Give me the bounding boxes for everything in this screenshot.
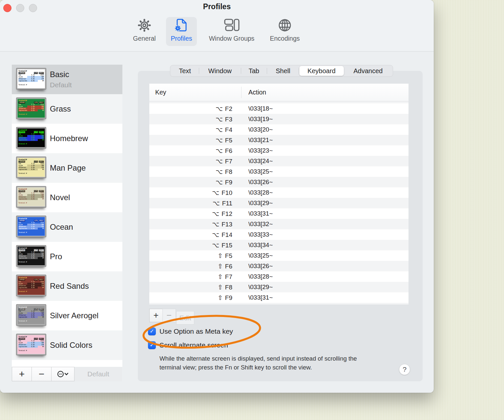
profile-thumbnail: Terminal1#COMMAND%CPURPRVTtop4.1%231KXco… bbox=[16, 216, 46, 237]
profile-name: Pro bbox=[50, 252, 62, 261]
remove-key-binding-button[interactable]: − bbox=[162, 309, 176, 322]
key-binding-row[interactable]: ⌥F8\033[25~ bbox=[149, 166, 409, 177]
action-cell: \033[28~ bbox=[241, 273, 409, 280]
key-binding-row[interactable]: ⌥F5\033[21~ bbox=[149, 135, 409, 145]
scroll-alternate-screen-checkbox[interactable]: ✓ bbox=[148, 341, 156, 349]
action-cell: \033[29~ bbox=[241, 200, 409, 207]
key-binding-row[interactable]: ⌥F13\033[32~ bbox=[149, 219, 409, 229]
key-binding-row[interactable]: ⌥F2\033[18~ bbox=[149, 103, 409, 114]
mini-terminal-title: Terminal1# bbox=[19, 188, 44, 190]
profile-row-solid-colors[interactable]: Terminal1#COMMAND%CPURPRVTtop4.1%231KXco… bbox=[12, 330, 122, 360]
key-binding-row[interactable]: ⌥F12\033[31~ bbox=[149, 208, 409, 219]
mini-terminal: Terminal1#COMMAND%CPURPRVTtop4.1%231KXco… bbox=[17, 128, 45, 147]
profile-row-silver-aerogel[interactable]: Terminal1#COMMAND%CPURPRVTtop4.1%231KXco… bbox=[12, 301, 122, 330]
key-cell: ⌥F9 bbox=[149, 178, 241, 186]
mini-terminal-proc-row: loginwindow0.0%4M bbox=[19, 169, 44, 171]
tab-tab[interactable]: Tab bbox=[241, 66, 267, 76]
action-cell: \033[31~ bbox=[241, 294, 409, 301]
column-header-key[interactable]: Key bbox=[155, 84, 166, 101]
key-binding-row[interactable]: ⌥F6\033[23~ bbox=[149, 145, 409, 156]
action-cell: \033[20~ bbox=[241, 126, 409, 133]
profile-row-novel[interactable]: Terminal1#COMMAND%CPURPRVTtop4.1%231KXco… bbox=[12, 183, 122, 212]
key-cell: ⌥F6 bbox=[149, 147, 241, 155]
option-key-icon: ⌥ bbox=[212, 189, 219, 196]
key-binding-row[interactable]: ⇧F6\033[26~ bbox=[149, 261, 409, 271]
key-binding-row[interactable]: ⌥F3\033[19~ bbox=[149, 114, 409, 124]
tab-text[interactable]: Text bbox=[171, 66, 199, 76]
tab-shell[interactable]: Shell bbox=[267, 66, 299, 76]
help-button[interactable]: ? bbox=[399, 364, 410, 375]
key-binding-row[interactable]: ⇧F8\033[29~ bbox=[149, 282, 409, 292]
toolbar-item-encodings[interactable]: Encodings bbox=[260, 17, 309, 42]
profile-row-grass[interactable]: Terminal1#COMMAND%CPURPRVTtop4.1%231KXco… bbox=[12, 94, 122, 124]
profile-thumbnail: Terminal1#COMMAND%CPURPRVTtop4.1%231KXco… bbox=[16, 127, 46, 148]
key-label: F10 bbox=[221, 189, 232, 196]
option-key-icon: ⌥ bbox=[212, 242, 219, 249]
profile-actions-menu-button[interactable] bbox=[51, 367, 74, 381]
mini-terminal-prompt: Terminal # bbox=[19, 84, 44, 86]
key-label: F15 bbox=[221, 242, 232, 249]
option-key-icon: ⌥ bbox=[212, 231, 219, 238]
key-label: F12 bbox=[221, 210, 232, 217]
key-binding-row[interactable]: ⇧F7\033[28~ bbox=[149, 271, 409, 282]
key-label: F9 bbox=[225, 294, 232, 301]
add-key-binding-button[interactable]: + bbox=[149, 309, 163, 322]
key-cell: ⇧F9 bbox=[149, 294, 241, 302]
set-default-button[interactable]: Default bbox=[74, 367, 122, 381]
profile-row-red-sands[interactable]: Terminal1#COMMAND%CPURPRVTtop4.1%231KXco… bbox=[12, 271, 122, 301]
toolbar-item-profiles[interactable]: Profiles bbox=[157, 17, 206, 42]
key-binding-row[interactable]: ⇧F9\033[31~ bbox=[149, 292, 409, 303]
profile-thumbnail: Terminal1#COMMAND%CPURPRVTtop4.1%231KXco… bbox=[16, 68, 46, 89]
key-label: F13 bbox=[221, 221, 232, 228]
mini-terminal-title: Terminal1# bbox=[19, 99, 44, 101]
tab-advanced[interactable]: Advanced bbox=[344, 66, 392, 76]
action-cell: \033[25~ bbox=[241, 168, 409, 175]
mini-terminal-prompt: Terminal # bbox=[19, 261, 44, 263]
profile-row-pro[interactable]: Terminal1#COMMAND%CPURPRVTtop4.1%231KXco… bbox=[12, 242, 122, 271]
profile-row-man-page[interactable]: Terminal1#COMMAND%CPURPRVTtop4.1%231KXco… bbox=[12, 153, 122, 183]
key-label: F8 bbox=[225, 284, 232, 291]
tab-window[interactable]: Window bbox=[199, 66, 241, 76]
profile-tab-bar: TextWindowTabShellKeyboardAdvanced bbox=[170, 65, 393, 77]
action-cell: \033[26~ bbox=[241, 178, 409, 186]
profile-row-basic[interactable]: Terminal1#COMMAND%CPURPRVTtop4.1%231KXco… bbox=[12, 65, 122, 94]
mini-terminal: Terminal1#COMMAND%CPURPRVTtop4.1%231KXco… bbox=[17, 246, 45, 265]
remove-profile-button[interactable]: − bbox=[32, 367, 52, 381]
key-binding-row[interactable]: ⌥F15\033[34~ bbox=[149, 240, 409, 250]
tab-keyboard[interactable]: Keyboard bbox=[299, 66, 344, 76]
key-binding-row[interactable]: ⌥F14\033[33~ bbox=[149, 229, 409, 240]
key-cell: ⌥F13 bbox=[149, 220, 241, 228]
profile-row-homebrew[interactable]: Terminal1#COMMAND%CPURPRVTtop4.1%231KXco… bbox=[12, 124, 122, 153]
mini-terminal-proc-row: loginwindow0.0%4M bbox=[19, 198, 44, 200]
key-bindings-table: Key Action ⌥F2\033[18~⌥F3\033[19~⌥F4\033… bbox=[149, 84, 409, 304]
mini-terminal-title: Terminal1# bbox=[19, 70, 44, 72]
key-cell: ⌥F2 bbox=[149, 105, 241, 113]
key-label: F14 bbox=[221, 231, 232, 238]
add-profile-button[interactable]: + bbox=[12, 367, 32, 381]
use-option-as-meta-key-checkbox[interactable]: ✓ bbox=[148, 327, 156, 335]
partial-row bbox=[149, 303, 409, 304]
profile-name: Solid Colors bbox=[50, 341, 92, 350]
mini-terminal-title: Terminal1# bbox=[19, 247, 44, 249]
mini-terminal-title: Terminal1# bbox=[19, 277, 44, 279]
key-cell: ⇧F5 bbox=[149, 252, 241, 260]
option-key-icon: ⌥ bbox=[213, 200, 220, 207]
key-binding-row[interactable]: ⇧F5\033[25~ bbox=[149, 250, 409, 261]
key-cell: ⇧F6 bbox=[149, 262, 241, 270]
key-binding-row[interactable]: ⌥F11\033[29~ bbox=[149, 198, 409, 208]
toolbar-item-window-groups[interactable]: Window Groups bbox=[207, 17, 256, 42]
profile-row-ocean[interactable]: Terminal1#COMMAND%CPURPRVTtop4.1%231KXco… bbox=[12, 212, 122, 242]
column-header-action[interactable]: Action bbox=[248, 84, 266, 101]
profile-list-footer: + − Default bbox=[12, 367, 122, 381]
key-binding-row[interactable]: ⌥F4\033[20~ bbox=[149, 124, 409, 135]
key-binding-row[interactable]: ⌥F10\033[28~ bbox=[149, 187, 409, 198]
option-row-use-option-as-meta-key: ✓ Use Option as Meta key bbox=[148, 327, 233, 336]
toolbar-label: Encodings bbox=[260, 35, 309, 42]
key-label: F5 bbox=[225, 252, 232, 259]
mini-terminal-prompt: Terminal # bbox=[19, 143, 44, 145]
key-binding-row[interactable]: ⌥F7\033[24~ bbox=[149, 156, 409, 166]
mini-terminal-prompt: Terminal # bbox=[19, 350, 44, 352]
key-binding-row[interactable]: ⌥F9\033[26~ bbox=[149, 177, 409, 187]
profile-name: Grass bbox=[50, 104, 71, 114]
edit-key-binding-button[interactable]: Edit bbox=[176, 311, 194, 325]
